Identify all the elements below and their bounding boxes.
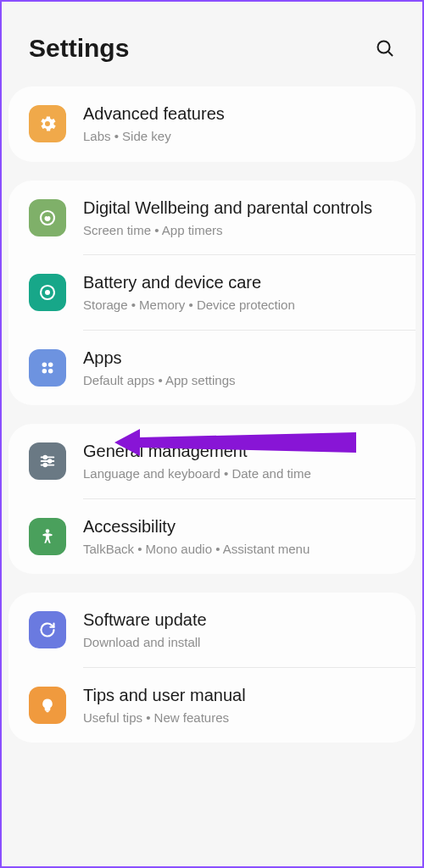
item-title: Digital Wellbeing and parental controls [83,198,395,219]
item-text: General management Language and keyboard… [83,441,395,482]
item-subtitle: Language and keyboard • Date and time [83,465,395,482]
item-title: Advanced features [83,103,395,125]
item-text: Advanced features Labs • Side key [83,103,395,145]
item-title: Tips and user manual [83,685,395,706]
item-title: Software update [83,609,395,631]
svg-point-12 [48,459,52,463]
svg-point-15 [46,529,50,533]
svg-point-5 [42,362,47,367]
svg-point-4 [45,290,50,295]
svg-point-0 [378,42,390,53]
item-tips-manual[interactable]: Tips and user manual Useful tips • New f… [8,668,416,743]
item-software-update[interactable]: Software update Download and install [8,593,416,668]
item-title: General management [83,441,395,462]
accessibility-icon [29,518,66,555]
search-icon[interactable] [375,38,395,58]
item-title: Apps [83,348,395,369]
item-apps[interactable]: Apps Default apps • App settings [8,331,416,406]
item-digital-wellbeing[interactable]: Digital Wellbeing and parental controls … [8,181,416,256]
item-text: Tips and user manual Useful tips • New f… [83,685,395,726]
settings-group: General management Language and keyboard… [8,424,416,574]
item-subtitle: Useful tips • New features [83,709,395,726]
header: Settings [2,2,422,86]
item-subtitle: Default apps • App settings [83,372,395,389]
wellbeing-icon [29,199,66,236]
sliders-icon [29,442,66,480]
tips-icon [29,687,66,724]
update-icon [29,611,66,648]
svg-point-8 [48,369,53,374]
item-subtitle: Download and install [83,634,395,651]
svg-point-14 [43,464,47,467]
item-accessibility[interactable]: Accessibility TalkBack • Mono audio • As… [8,499,416,575]
gear-plus-icon [29,105,66,142]
apps-icon [29,349,66,387]
page-title: Settings [29,34,129,63]
item-title: Battery and device care [83,272,395,293]
svg-point-7 [42,369,47,374]
item-text: Accessibility TalkBack • Mono audio • As… [83,516,395,558]
item-text: Battery and device care Storage • Memory… [83,272,395,314]
item-advanced-features[interactable]: Advanced features Labs • Side key [8,86,416,162]
item-title: Accessibility [83,516,395,537]
svg-point-10 [43,456,47,459]
item-general-management[interactable]: General management Language and keyboard… [8,424,416,499]
item-text: Apps Default apps • App settings [83,348,395,389]
device-care-icon [29,274,66,311]
item-subtitle: Labs • Side key [83,128,395,145]
item-subtitle: Screen time • App timers [83,222,395,239]
settings-group: Advanced features Labs • Side key [8,86,416,162]
item-subtitle: Storage • Memory • Device protection [83,297,395,314]
svg-rect-16 [46,710,48,712]
item-text: Digital Wellbeing and parental controls … [83,198,395,239]
svg-line-1 [388,52,393,56]
svg-point-6 [48,362,53,367]
settings-group: Software update Download and install Tip… [8,593,416,743]
item-battery-device-care[interactable]: Battery and device care Storage • Memory… [8,255,416,331]
settings-group: Digital Wellbeing and parental controls … [8,181,416,406]
item-text: Software update Download and install [83,609,395,651]
item-subtitle: TalkBack • Mono audio • Assistant menu [83,541,395,558]
